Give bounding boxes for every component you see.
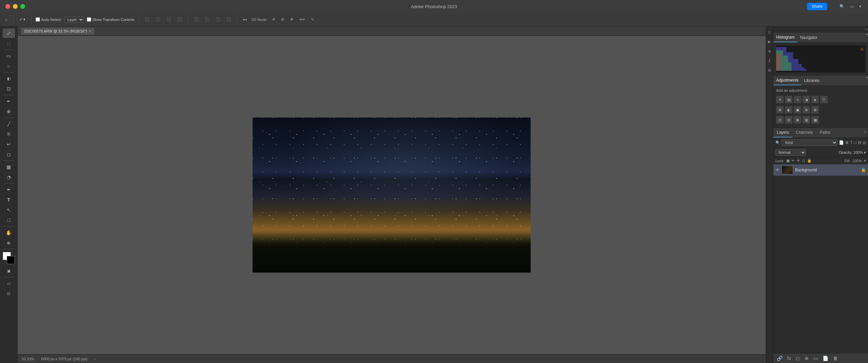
gradient-map-icon[interactable]: ▤ (803, 116, 810, 124)
collapse-panels-button[interactable]: » (865, 27, 867, 31)
layer-background[interactable]: 👁 Background 🔒 (773, 164, 868, 176)
tab-channels[interactable]: Channels (792, 128, 816, 137)
healing-brush-tool[interactable]: ⊕ (3, 107, 15, 116)
black-white-icon[interactable]: ◐ (785, 106, 792, 113)
lock-image-icon[interactable]: ✏ (792, 158, 795, 163)
artboard-tool[interactable]: ⬚ (3, 39, 15, 48)
align-middle-button[interactable]: ⬛ (203, 16, 211, 23)
tab-paths[interactable]: Paths (816, 128, 834, 137)
color-lookup-icon[interactable]: ⊞ (811, 106, 819, 113)
type-tool[interactable]: T (3, 195, 15, 205)
posterize-icon[interactable]: ⊟ (785, 116, 792, 124)
properties-button[interactable]: ⊕ (766, 48, 772, 54)
3d-rotate-button[interactable]: ↺ (270, 16, 277, 23)
lasso-tool[interactable]: ○ (3, 61, 15, 71)
shape-layer-icon[interactable]: □ (854, 140, 856, 145)
color-balance-icon[interactable]: ⊞ (776, 106, 784, 113)
delete-layer-button[interactable]: 🗑 (832, 355, 839, 362)
tab-navigator[interactable]: Navigator (797, 33, 820, 42)
tab-layers[interactable]: Layers (773, 128, 792, 137)
3d-pan-button[interactable]: ✛ (289, 16, 295, 23)
gradient-tool[interactable]: ▦ (3, 162, 15, 172)
brush-tool[interactable]: ╱ (3, 119, 15, 129)
timeline-button[interactable]: ▶ (766, 39, 772, 45)
new-layer-icon[interactable]: 📄 (839, 140, 844, 145)
layers-panel-options-icon[interactable]: ▾ (862, 128, 868, 137)
auto-select-dropdown[interactable]: Layer (64, 16, 84, 23)
exposure-icon[interactable]: ◑ (803, 96, 810, 103)
document-tab[interactable]: DSC00579.ARW @ 33.3% (RGB/16*) × (21, 28, 94, 35)
adjustment-layer-button[interactable]: ⊕ (803, 355, 810, 362)
home-button[interactable]: ⌂ (3, 17, 9, 23)
curves-icon[interactable]: ∿ (794, 96, 801, 103)
tab-histogram[interactable]: Histogram (773, 33, 797, 42)
selective-color-icon[interactable]: ▦ (811, 116, 819, 124)
adjustments-collapse-icon[interactable]: ▾ (866, 76, 868, 85)
close-window-button[interactable] (5, 4, 10, 9)
opacity-value[interactable]: 100% (853, 150, 863, 154)
threshold-icon[interactable]: ⊠ (794, 116, 801, 124)
arrange-icon[interactable]: ▾ (859, 4, 861, 9)
new-layer-button[interactable]: 📄 (821, 355, 830, 362)
clone-stamp-tool[interactable]: ⎘ (3, 129, 15, 139)
change-screen-mode-button[interactable]: ▭ (3, 279, 15, 288)
search-icon[interactable]: 🔍 (840, 4, 845, 9)
canvas-controls-button[interactable]: ⟨⟩ (766, 29, 772, 35)
more-options-button[interactable]: ••• (241, 17, 249, 23)
object-select-tool[interactable]: ◧ (3, 74, 15, 83)
vibrance-icon[interactable]: ◈ (811, 96, 819, 103)
filter-toggle-icon[interactable]: ◎ (863, 140, 866, 145)
canvas-wrapper[interactable] (18, 36, 766, 354)
invert-icon[interactable]: ⊡ (776, 116, 784, 124)
align-bottom-button[interactable]: ⬛ (214, 16, 222, 23)
share-button[interactable]: Share (807, 3, 827, 10)
color-swatches[interactable] (3, 252, 15, 264)
status-arrow[interactable]: › (94, 357, 96, 361)
pen-tool[interactable]: ✒ (3, 185, 15, 194)
blend-mode-select[interactable]: Normal (775, 149, 806, 156)
path-selection-tool[interactable]: ↖ (3, 205, 15, 215)
tab-libraries[interactable]: Libraries (801, 76, 822, 85)
hand-tool[interactable]: ✋ (3, 228, 15, 237)
transform-controls-checkbox[interactable] (87, 17, 91, 22)
fill-value[interactable]: 100% (852, 159, 862, 163)
type-layer-icon[interactable]: T (850, 140, 852, 145)
histogram-collapse-icon[interactable]: ▾ (866, 33, 868, 42)
tab-adjustments[interactable]: Adjustments (773, 76, 801, 85)
align-right-button[interactable]: ⬛ (165, 16, 173, 23)
history-brush-tool[interactable]: ↩ (3, 140, 15, 149)
lock-transparency-icon[interactable]: ▣ (786, 158, 790, 163)
move-tool[interactable]: ⤢ (3, 28, 15, 38)
align-spread-button[interactable]: ⬛ (176, 16, 184, 23)
layer-mask-button[interactable]: ◻ (794, 355, 801, 362)
rectangular-marquee-tool[interactable]: ▭ (3, 51, 15, 61)
lock-position-icon[interactable]: ✛ (797, 158, 800, 163)
move-options-button[interactable]: ⤢ ▾ (18, 16, 27, 23)
opacity-arrow[interactable]: ▾ (864, 150, 866, 155)
smart-object-icon[interactable]: ⊟ (858, 140, 861, 145)
auto-select-checkbox[interactable] (36, 17, 40, 22)
brightness-contrast-icon[interactable]: ☀ (776, 96, 784, 103)
3d-slide-button[interactable]: ⟺ (298, 16, 307, 23)
crop-tool[interactable]: ⊡ (3, 84, 15, 93)
mini-bridge-button[interactable]: ⊞ (766, 67, 772, 73)
3d-roll-button[interactable]: ⊙ (279, 16, 286, 23)
tab-close-button[interactable]: × (89, 29, 91, 33)
background-color[interactable] (7, 256, 15, 264)
layer-fx-button[interactable]: fx (786, 355, 792, 362)
layer-link-button[interactable]: 🔗 (775, 355, 784, 362)
workspace-icon[interactable]: ▭ (850, 4, 854, 9)
hue-saturation-icon[interactable]: ▽ (820, 96, 828, 103)
eyedropper-tool[interactable]: ✒ (3, 97, 15, 106)
frame-tool[interactable]: ⊡ (3, 289, 15, 298)
channel-mixer-icon[interactable]: ⊕ (803, 106, 810, 113)
lock-artboard-icon[interactable]: ◻ (802, 158, 805, 163)
levels-icon[interactable]: ▤ (785, 96, 792, 103)
eraser-tool[interactable]: ◻ (3, 150, 15, 159)
fill-arrow[interactable]: ▾ (864, 158, 866, 163)
photo-filter-icon[interactable]: ▣ (794, 106, 801, 113)
info-button[interactable]: ℹ (766, 58, 772, 64)
new-group-button[interactable]: ▭ (812, 355, 819, 362)
dodge-tool[interactable]: ◔ (3, 172, 15, 182)
adjustment-layer-icon[interactable]: ⊕ (845, 140, 849, 145)
